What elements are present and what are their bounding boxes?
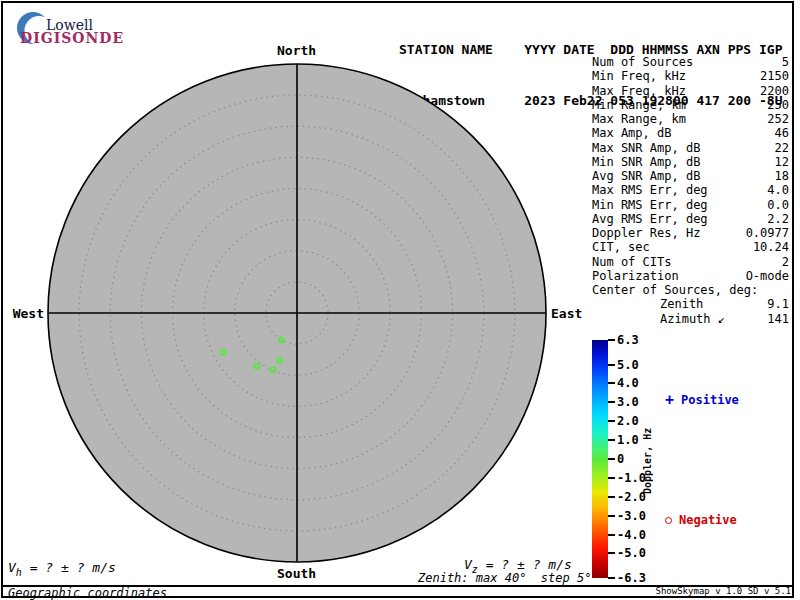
stat-row: Azimuth ↙141 <box>592 312 789 326</box>
compass-east-label: East <box>551 306 582 321</box>
colorbar-tick <box>608 577 615 579</box>
doppler-axis-label: Doppler, Hz <box>642 424 653 498</box>
stat-row: Max SNR Amp, dB22 <box>592 141 789 155</box>
legend-negative-label: Negative <box>679 513 737 527</box>
skymap-plot <box>46 62 548 564</box>
coordinates-note: Geographic coordinates <box>8 586 167 600</box>
colorbar-tick-label: -5.0 <box>617 547 646 559</box>
stat-row: Min Freq, kHz2150 <box>592 69 789 83</box>
colorbar-tick-label: 6.3 <box>617 334 639 346</box>
colorbar-tick-label: 0 <box>617 453 624 465</box>
stat-row: Center of Sources, deg: <box>592 283 789 297</box>
stat-row: Avg SNR Amp, dB18 <box>592 169 789 183</box>
stat-row: Max Amp, dB46 <box>592 126 789 140</box>
colorbar-tick <box>608 382 615 384</box>
plus-marker-icon: + <box>665 393 674 407</box>
stat-row: Max RMS Err, deg4.0 <box>592 183 789 197</box>
legend-positive-label: Positive <box>681 393 739 407</box>
colorbar-tick-label: 3.0 <box>617 396 639 408</box>
colorbar-tick-label: -3.0 <box>617 510 646 522</box>
stat-row: Min SNR Amp, dB12 <box>592 155 789 169</box>
logo-digisonde-text: DIGISONDE <box>20 30 124 46</box>
colorbar-tick <box>608 439 615 441</box>
colorbar-tick <box>608 552 615 554</box>
doppler-colorbar <box>592 340 608 578</box>
stat-row: PolarizationO-mode <box>592 269 789 283</box>
colorbar-tick <box>608 339 615 341</box>
legend-positive: + Positive <box>665 393 739 407</box>
colorbar-tick <box>608 496 615 498</box>
stat-row: Max Freq, kHz2200 <box>592 84 789 98</box>
colorbar-tick-label: -4.0 <box>617 529 646 541</box>
colorbar-tick-label: 1.0 <box>617 434 639 446</box>
colorbar-tick-label: -6.3 <box>617 572 646 584</box>
colorbar-tick <box>608 401 615 403</box>
compass-south-label: South <box>277 566 316 581</box>
stat-row: CIT, sec10.24 <box>592 240 789 254</box>
colorbar-tick-label: 2.0 <box>617 415 639 427</box>
circle-marker-icon <box>665 517 672 524</box>
colorbar-tick <box>608 515 615 517</box>
colorbar-tick <box>608 364 615 366</box>
colorbar-tick <box>608 458 615 460</box>
stat-row: Num of CITs2 <box>592 255 789 269</box>
stat-row: Max Range, km252 <box>592 112 789 126</box>
compass-west-label: West <box>7 306 44 321</box>
colorbar-tick <box>608 534 615 536</box>
colorbar-tick-label: 4.0 <box>617 377 639 389</box>
compass-north-label: North <box>277 43 316 58</box>
colorbar-tick <box>608 477 615 479</box>
version-text: ShowSkymap v 1.0 SD v 5.1 <box>656 586 791 596</box>
zenith-range-note: Zenith: max 40° step 5° <box>418 571 591 585</box>
stat-row: Num of Sources5 <box>592 55 789 69</box>
stat-row: Avg RMS Err, deg2.2 <box>592 212 789 226</box>
horizontal-velocity-readout: Vh = ? ± ? m/s <box>8 560 116 578</box>
stat-row: Doppler Res, Hz0.0977 <box>592 226 789 240</box>
legend-negative: Negative <box>665 513 737 527</box>
colorbar-tick <box>608 420 615 422</box>
colorbar-tick-label: 5.0 <box>617 359 639 371</box>
stat-row: Min RMS Err, deg0.0 <box>592 198 789 212</box>
stats-panel: Num of Sources5Min Freq, kHz2150Max Freq… <box>592 55 789 326</box>
stat-row: Min Range, km250 <box>592 98 789 112</box>
stat-row: Zenith9.1 <box>592 297 789 311</box>
